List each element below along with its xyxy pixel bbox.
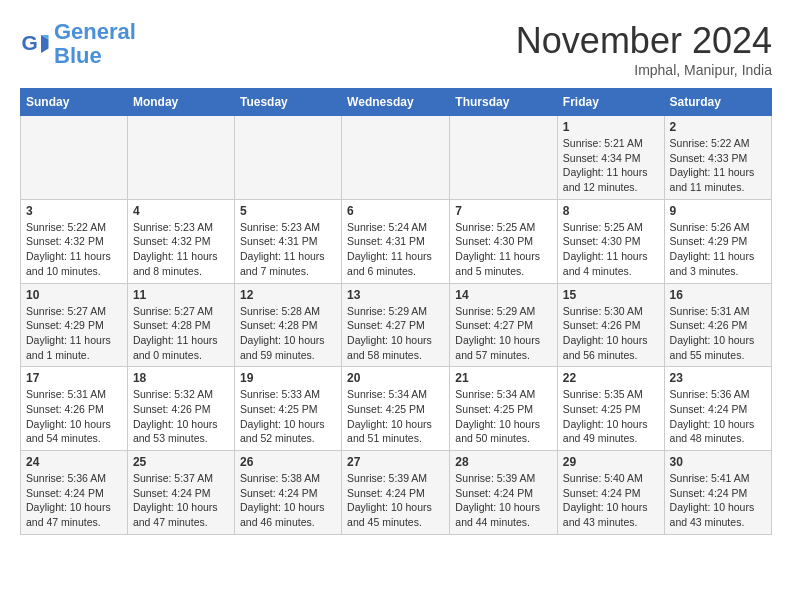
day-number: 8 bbox=[563, 204, 659, 218]
day-info: Sunrise: 5:31 AMSunset: 4:26 PMDaylight:… bbox=[670, 304, 766, 363]
day-cell: 30Sunrise: 5:41 AMSunset: 4:24 PMDayligh… bbox=[664, 451, 771, 535]
title-block: November 2024 Imphal, Manipur, India bbox=[516, 20, 772, 78]
day-info: Sunrise: 5:23 AMSunset: 4:31 PMDaylight:… bbox=[240, 220, 336, 279]
day-number: 23 bbox=[670, 371, 766, 385]
logo-icon: G bbox=[20, 29, 50, 59]
day-info: Sunrise: 5:36 AMSunset: 4:24 PMDaylight:… bbox=[26, 471, 122, 530]
day-number: 7 bbox=[455, 204, 552, 218]
day-info: Sunrise: 5:25 AMSunset: 4:30 PMDaylight:… bbox=[563, 220, 659, 279]
day-cell: 1Sunrise: 5:21 AMSunset: 4:34 PMDaylight… bbox=[557, 116, 664, 200]
day-info: Sunrise: 5:39 AMSunset: 4:24 PMDaylight:… bbox=[347, 471, 444, 530]
calendar-body: 1Sunrise: 5:21 AMSunset: 4:34 PMDaylight… bbox=[21, 116, 772, 535]
day-cell: 27Sunrise: 5:39 AMSunset: 4:24 PMDayligh… bbox=[342, 451, 450, 535]
day-cell: 7Sunrise: 5:25 AMSunset: 4:30 PMDaylight… bbox=[450, 199, 558, 283]
day-cell bbox=[127, 116, 234, 200]
month-title: November 2024 bbox=[516, 20, 772, 62]
day-cell: 29Sunrise: 5:40 AMSunset: 4:24 PMDayligh… bbox=[557, 451, 664, 535]
day-info: Sunrise: 5:34 AMSunset: 4:25 PMDaylight:… bbox=[455, 387, 552, 446]
day-info: Sunrise: 5:39 AMSunset: 4:24 PMDaylight:… bbox=[455, 471, 552, 530]
header-saturday: Saturday bbox=[664, 89, 771, 116]
week-row-4: 17Sunrise: 5:31 AMSunset: 4:26 PMDayligh… bbox=[21, 367, 772, 451]
header-tuesday: Tuesday bbox=[234, 89, 341, 116]
logo-text: General Blue bbox=[54, 20, 136, 68]
day-info: Sunrise: 5:34 AMSunset: 4:25 PMDaylight:… bbox=[347, 387, 444, 446]
day-info: Sunrise: 5:40 AMSunset: 4:24 PMDaylight:… bbox=[563, 471, 659, 530]
day-info: Sunrise: 5:22 AMSunset: 4:32 PMDaylight:… bbox=[26, 220, 122, 279]
day-number: 1 bbox=[563, 120, 659, 134]
day-cell bbox=[234, 116, 341, 200]
day-info: Sunrise: 5:36 AMSunset: 4:24 PMDaylight:… bbox=[670, 387, 766, 446]
day-cell: 3Sunrise: 5:22 AMSunset: 4:32 PMDaylight… bbox=[21, 199, 128, 283]
day-number: 15 bbox=[563, 288, 659, 302]
day-cell: 13Sunrise: 5:29 AMSunset: 4:27 PMDayligh… bbox=[342, 283, 450, 367]
logo-line2: Blue bbox=[54, 43, 102, 68]
day-info: Sunrise: 5:23 AMSunset: 4:32 PMDaylight:… bbox=[133, 220, 229, 279]
header-monday: Monday bbox=[127, 89, 234, 116]
day-number: 13 bbox=[347, 288, 444, 302]
day-cell: 17Sunrise: 5:31 AMSunset: 4:26 PMDayligh… bbox=[21, 367, 128, 451]
day-info: Sunrise: 5:33 AMSunset: 4:25 PMDaylight:… bbox=[240, 387, 336, 446]
week-row-2: 3Sunrise: 5:22 AMSunset: 4:32 PMDaylight… bbox=[21, 199, 772, 283]
day-info: Sunrise: 5:27 AMSunset: 4:29 PMDaylight:… bbox=[26, 304, 122, 363]
day-cell: 28Sunrise: 5:39 AMSunset: 4:24 PMDayligh… bbox=[450, 451, 558, 535]
day-cell: 21Sunrise: 5:34 AMSunset: 4:25 PMDayligh… bbox=[450, 367, 558, 451]
week-row-3: 10Sunrise: 5:27 AMSunset: 4:29 PMDayligh… bbox=[21, 283, 772, 367]
week-row-5: 24Sunrise: 5:36 AMSunset: 4:24 PMDayligh… bbox=[21, 451, 772, 535]
day-info: Sunrise: 5:41 AMSunset: 4:24 PMDaylight:… bbox=[670, 471, 766, 530]
day-cell: 8Sunrise: 5:25 AMSunset: 4:30 PMDaylight… bbox=[557, 199, 664, 283]
day-info: Sunrise: 5:27 AMSunset: 4:28 PMDaylight:… bbox=[133, 304, 229, 363]
day-number: 2 bbox=[670, 120, 766, 134]
day-cell: 11Sunrise: 5:27 AMSunset: 4:28 PMDayligh… bbox=[127, 283, 234, 367]
header-thursday: Thursday bbox=[450, 89, 558, 116]
svg-text:G: G bbox=[22, 31, 38, 54]
day-cell: 18Sunrise: 5:32 AMSunset: 4:26 PMDayligh… bbox=[127, 367, 234, 451]
day-cell: 9Sunrise: 5:26 AMSunset: 4:29 PMDaylight… bbox=[664, 199, 771, 283]
day-cell: 14Sunrise: 5:29 AMSunset: 4:27 PMDayligh… bbox=[450, 283, 558, 367]
day-number: 3 bbox=[26, 204, 122, 218]
day-number: 19 bbox=[240, 371, 336, 385]
day-info: Sunrise: 5:28 AMSunset: 4:28 PMDaylight:… bbox=[240, 304, 336, 363]
logo: G General Blue bbox=[20, 20, 136, 68]
day-cell: 15Sunrise: 5:30 AMSunset: 4:26 PMDayligh… bbox=[557, 283, 664, 367]
day-cell: 2Sunrise: 5:22 AMSunset: 4:33 PMDaylight… bbox=[664, 116, 771, 200]
day-cell: 24Sunrise: 5:36 AMSunset: 4:24 PMDayligh… bbox=[21, 451, 128, 535]
day-cell: 4Sunrise: 5:23 AMSunset: 4:32 PMDaylight… bbox=[127, 199, 234, 283]
day-number: 22 bbox=[563, 371, 659, 385]
day-info: Sunrise: 5:24 AMSunset: 4:31 PMDaylight:… bbox=[347, 220, 444, 279]
day-number: 11 bbox=[133, 288, 229, 302]
day-cell: 20Sunrise: 5:34 AMSunset: 4:25 PMDayligh… bbox=[342, 367, 450, 451]
day-cell: 25Sunrise: 5:37 AMSunset: 4:24 PMDayligh… bbox=[127, 451, 234, 535]
day-info: Sunrise: 5:22 AMSunset: 4:33 PMDaylight:… bbox=[670, 136, 766, 195]
day-number: 27 bbox=[347, 455, 444, 469]
header-sunday: Sunday bbox=[21, 89, 128, 116]
day-cell: 26Sunrise: 5:38 AMSunset: 4:24 PMDayligh… bbox=[234, 451, 341, 535]
location-subtitle: Imphal, Manipur, India bbox=[516, 62, 772, 78]
day-number: 14 bbox=[455, 288, 552, 302]
day-info: Sunrise: 5:31 AMSunset: 4:26 PMDaylight:… bbox=[26, 387, 122, 446]
day-number: 25 bbox=[133, 455, 229, 469]
day-number: 20 bbox=[347, 371, 444, 385]
day-info: Sunrise: 5:35 AMSunset: 4:25 PMDaylight:… bbox=[563, 387, 659, 446]
day-cell: 5Sunrise: 5:23 AMSunset: 4:31 PMDaylight… bbox=[234, 199, 341, 283]
day-cell: 22Sunrise: 5:35 AMSunset: 4:25 PMDayligh… bbox=[557, 367, 664, 451]
day-number: 10 bbox=[26, 288, 122, 302]
day-info: Sunrise: 5:25 AMSunset: 4:30 PMDaylight:… bbox=[455, 220, 552, 279]
day-number: 30 bbox=[670, 455, 766, 469]
day-info: Sunrise: 5:21 AMSunset: 4:34 PMDaylight:… bbox=[563, 136, 659, 195]
header-row: SundayMondayTuesdayWednesdayThursdayFrid… bbox=[21, 89, 772, 116]
day-number: 26 bbox=[240, 455, 336, 469]
day-cell: 16Sunrise: 5:31 AMSunset: 4:26 PMDayligh… bbox=[664, 283, 771, 367]
day-cell: 6Sunrise: 5:24 AMSunset: 4:31 PMDaylight… bbox=[342, 199, 450, 283]
day-number: 12 bbox=[240, 288, 336, 302]
day-info: Sunrise: 5:26 AMSunset: 4:29 PMDaylight:… bbox=[670, 220, 766, 279]
page-header: G General Blue November 2024 Imphal, Man… bbox=[20, 20, 772, 78]
day-cell: 23Sunrise: 5:36 AMSunset: 4:24 PMDayligh… bbox=[664, 367, 771, 451]
day-number: 6 bbox=[347, 204, 444, 218]
day-info: Sunrise: 5:29 AMSunset: 4:27 PMDaylight:… bbox=[347, 304, 444, 363]
day-info: Sunrise: 5:32 AMSunset: 4:26 PMDaylight:… bbox=[133, 387, 229, 446]
day-number: 18 bbox=[133, 371, 229, 385]
day-number: 29 bbox=[563, 455, 659, 469]
day-number: 28 bbox=[455, 455, 552, 469]
day-info: Sunrise: 5:30 AMSunset: 4:26 PMDaylight:… bbox=[563, 304, 659, 363]
header-friday: Friday bbox=[557, 89, 664, 116]
